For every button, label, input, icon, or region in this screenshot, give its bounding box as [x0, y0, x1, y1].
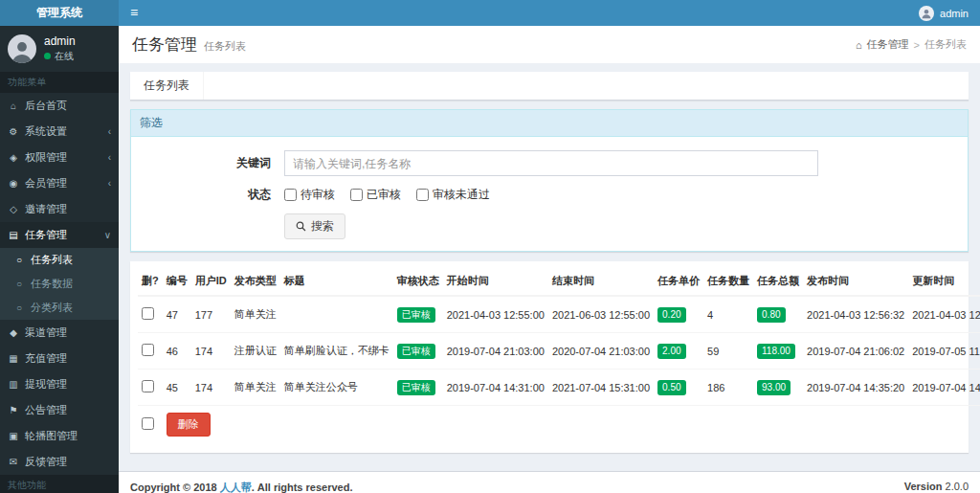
delete-button[interactable]: 删除 — [167, 413, 211, 437]
status-option-rejected[interactable]: 审核未通过 — [416, 187, 490, 203]
cell-total: 0.80 — [753, 296, 803, 333]
cell-title: 简单关注公众号 — [280, 370, 393, 406]
bullhorn-icon: ⚑ — [8, 405, 19, 415]
sidebar-item-permissions[interactable]: ◈ 权限管理 ‹ — [0, 145, 119, 170]
cell-start: 2019-07-04 14:31:00 — [443, 370, 548, 406]
cell-update: 2019-07-04 14:38:52 — [908, 370, 980, 406]
sidebar: admin 在线 功能菜单 ⌂ 后台首页 ⚙ 系统设置 ‹ ◈ 权限管理 ‹ ◉… — [0, 26, 119, 493]
copyright-prefix: Copyright © 2018 — [130, 482, 217, 493]
tab-task-list[interactable]: 任务列表 — [130, 72, 204, 100]
sidebar-item-label: 会员管理 — [25, 176, 67, 190]
total-badge: 118.00 — [757, 344, 795, 359]
status-checkbox-pending[interactable] — [284, 189, 297, 201]
sidebar-item-members[interactable]: ◉ 会员管理 ‹ — [0, 170, 119, 196]
sidebar-item-label: 后台首页 — [25, 99, 67, 113]
row-checkbox[interactable] — [142, 344, 154, 356]
gear-icon: ⚙ — [8, 126, 19, 137]
sidebar-user-panel: admin 在线 — [0, 26, 119, 72]
menu-section-main: 功能菜单 — [0, 72, 119, 93]
sidebar-item-announcements[interactable]: ⚑ 公告管理 — [0, 397, 119, 423]
table-row: 47 177 简单关注 已审核 2021-04-03 12:55:00 2021… — [138, 296, 980, 333]
col-status: 审核状态 — [393, 267, 443, 296]
select-all-checkbox[interactable] — [142, 417, 154, 430]
cell-publish: 2021-04-03 12:56:32 — [803, 296, 908, 333]
sidebar-item-dashboard[interactable]: ⌂ 后台首页 — [0, 93, 119, 119]
status-checkbox-approved[interactable] — [350, 189, 363, 201]
cell-user-id: 174 — [191, 333, 231, 370]
cell-publish: 2019-07-04 21:06:02 — [803, 333, 908, 370]
page-title: 任务管理 任务列表 — [132, 34, 246, 56]
cell-status: 已审核 — [393, 296, 443, 333]
status-option-approved[interactable]: 已审核 — [350, 187, 401, 203]
col-title: 标题 — [280, 267, 393, 296]
topbar-user-menu[interactable]: admin — [907, 0, 980, 26]
sidebar-item-invites[interactable]: ◇ 邀请管理 — [0, 196, 119, 222]
sidebar-item-recharge[interactable]: ▦ 充值管理 — [0, 346, 119, 371]
sidebar-item-withdraw[interactable]: ▥ 提现管理 — [0, 371, 119, 397]
cell-id: 46 — [163, 333, 191, 370]
cell-type: 注册认证 — [231, 333, 280, 370]
company-link[interactable]: 人人帮 — [220, 482, 252, 493]
tasks-icon: ▤ — [8, 230, 19, 240]
row-checkbox[interactable] — [142, 307, 154, 320]
sidebar-subitem-task-list[interactable]: ○ 任务列表 — [0, 248, 119, 272]
col-publish: 发布时间 — [803, 267, 908, 296]
status-checkbox-rejected[interactable] — [416, 189, 429, 201]
sidebar-item-channels[interactable]: ◆ 渠道管理 — [0, 320, 119, 346]
task-table-panel: 删? 编号 用户ID 发布类型 标题 审核状态 开始时间 结束时间 任务单价 任… — [130, 261, 969, 453]
cell-checkbox — [138, 370, 163, 406]
cell-update: 2019-07-05 11:25:45 — [908, 333, 980, 370]
price-badge: 2.00 — [657, 344, 685, 359]
main-area: 任务管理 任务列表 ⌂ 任务管理 > 任务列表 任务列表 筛选 关键词 状态 — [119, 0, 980, 493]
footer-version: Version 2.0.0 — [904, 481, 969, 493]
cell-checkbox — [138, 296, 163, 333]
status-badge: 已审核 — [397, 307, 435, 323]
brand-title[interactable]: 管理系统 — [0, 0, 119, 26]
recharge-icon: ▦ — [8, 353, 19, 364]
col-total: 任务总额 — [753, 267, 803, 296]
price-badge: 0.20 — [657, 307, 685, 323]
sidebar-item-label: 渠道管理 — [25, 325, 67, 340]
col-count: 任务数量 — [703, 267, 753, 296]
status-option-label: 待审核 — [301, 187, 335, 203]
cell-update: 2021-04-03 12:57:06 — [908, 296, 980, 333]
topbar-username: admin — [940, 8, 969, 19]
home-icon: ⌂ — [856, 39, 862, 51]
breadcrumb-separator: > — [914, 39, 920, 51]
breadcrumb-current: 任务列表 — [924, 37, 967, 52]
search-button[interactable]: 搜索 — [284, 213, 345, 239]
shield-icon: ◈ — [8, 152, 19, 163]
image-icon: ▣ — [8, 431, 19, 441]
sidebar-item-system-settings[interactable]: ⚙ 系统设置 ‹ — [0, 119, 119, 145]
content: 任务列表 筛选 关键词 状态 待审核 — [119, 63, 980, 471]
sidebar-subitem-task-data[interactable]: ○ 任务数据 — [0, 272, 119, 296]
breadcrumb: ⌂ 任务管理 > 任务列表 — [856, 37, 967, 52]
search-button-label: 搜索 — [311, 218, 334, 235]
cell-checkbox — [138, 333, 163, 370]
status-option-pending[interactable]: 待审核 — [284, 187, 335, 203]
chevron-left-icon: ‹ — [108, 126, 111, 137]
online-dot-icon — [44, 53, 51, 59]
task-table: 删? 编号 用户ID 发布类型 标题 审核状态 开始时间 结束时间 任务单价 任… — [138, 267, 980, 443]
sidebar-item-feedback[interactable]: ✉ 反馈管理 — [0, 449, 119, 475]
row-checkbox[interactable] — [142, 380, 154, 392]
bulk-action-row: 删除 — [138, 406, 980, 444]
breadcrumb-item[interactable]: 任务管理 — [867, 37, 909, 52]
table-row: 46 174 注册认证 简单刷脸认证，不绑卡 已审核 2019-07-04 21… — [138, 333, 980, 370]
keyword-input[interactable] — [284, 150, 818, 176]
chevron-left-icon: ‹ — [108, 178, 111, 189]
sidebar-item-label: 邀请管理 — [25, 202, 67, 216]
chevron-left-icon: ‹ — [108, 152, 111, 163]
sidebar-item-tasks[interactable]: ▤ 任务管理 ∨ — [0, 222, 119, 248]
user-avatar-icon — [919, 6, 934, 21]
cell-start: 2019-07-04 21:03:00 — [443, 333, 548, 370]
cell-bulk-actions: 删除 — [163, 406, 980, 444]
version-value: 2.0.0 — [946, 481, 969, 492]
cell-count: 186 — [703, 370, 753, 406]
sidebar-item-carousel[interactable]: ▣ 轮播图管理 — [0, 423, 119, 449]
table-header-row: 删? 编号 用户ID 发布类型 标题 审核状态 开始时间 结束时间 任务单价 任… — [138, 267, 980, 296]
cell-start: 2021-04-03 12:55:00 — [443, 296, 548, 333]
sidebar-toggle-button[interactable]: ≡ — [119, 0, 149, 26]
cell-price: 0.50 — [654, 370, 703, 406]
sidebar-subitem-category-list[interactable]: ○ 分类列表 — [0, 296, 119, 320]
